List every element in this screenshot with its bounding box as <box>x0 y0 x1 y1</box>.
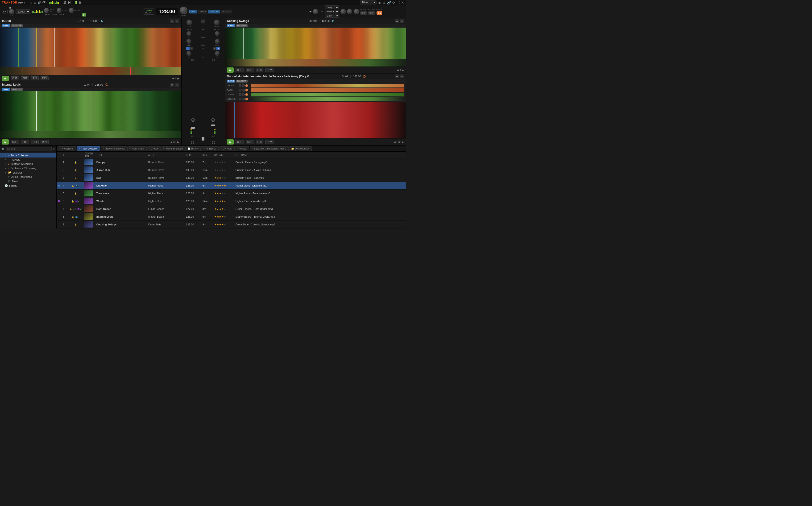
fx-select-1[interactable]: Delay <box>325 5 339 9</box>
deck-d-rev-btn[interactable]: REV <box>265 140 273 144</box>
col-artist[interactable]: ARTIST <box>147 152 185 158</box>
deck-a-back-btn[interactable]: ⏮ <box>170 19 174 23</box>
layout-icon-1[interactable]: ▣ <box>378 1 381 4</box>
delay-toggle[interactable]: OFF <box>360 11 367 15</box>
tab-groove[interactable]: ≡ Groove <box>147 147 161 151</box>
deck-a-play-btn[interactable]: ▶ <box>2 76 9 81</box>
deck-c-rev-btn[interactable]: REV <box>40 140 49 144</box>
link-icon[interactable]: 🔗 <box>387 1 391 4</box>
deck-d-master-btn[interactable]: MASTER <box>236 80 248 83</box>
deck-d-next-page[interactable]: ▶ <box>402 141 404 143</box>
tab-all-tracks[interactable]: ≡ All Tracks <box>201 147 218 151</box>
gain-knob-a[interactable] <box>186 19 192 25</box>
stem-bass-btn3[interactable] <box>245 89 248 91</box>
deck-c-cue-btn[interactable]: CUE <box>11 140 19 144</box>
stem-bass-btn2[interactable] <box>242 89 245 91</box>
dw-knob[interactable] <box>313 9 318 14</box>
grid-icon[interactable]: ⊞ <box>34 1 36 4</box>
pitch-knob[interactable] <box>57 8 61 13</box>
sidebar-item-beatport[interactable]: ▶ ♪ Beatport Streaming <box>0 162 56 166</box>
sidebar-item-playlists[interactable]: ▶ ≡ Playlists <box>0 158 56 162</box>
deck-a-flx-btn[interactable]: FLX <box>31 76 38 80</box>
deck-c-prev-page[interactable]: ◀ <box>170 141 172 143</box>
deck-d-sync-btn[interactable]: SYNC <box>227 80 235 83</box>
tab-track-collection[interactable]: ≡ Track Collection <box>77 147 100 151</box>
stem-other-btn1[interactable] <box>239 93 242 96</box>
fx-btn-2-l[interactable]: 2 <box>190 47 193 50</box>
h-knob-r[interactable] <box>215 31 219 36</box>
close-icon[interactable]: ✕ <box>401 1 404 4</box>
fx-select-3[interactable]: Gater <box>325 14 339 18</box>
col-filename[interactable]: FILE NAME <box>234 152 406 158</box>
row-rating[interactable]: ★★★★★ <box>213 189 234 197</box>
channel-fader-a[interactable] <box>192 122 193 134</box>
fx-btn-2-r[interactable]: 2 <box>216 47 220 50</box>
reverb-toggle[interactable]: OFF <box>368 11 375 15</box>
row-title[interactable]: Diafonie <box>95 182 147 189</box>
delay-knob[interactable] <box>341 9 346 14</box>
tab-night-vibes[interactable]: ≡ Night Vibes <box>127 147 146 151</box>
tab-best-drum-bass[interactable]: ≡ Best New Drum & Bass: May 2 <box>250 147 289 151</box>
stem-bass-btn1[interactable] <box>239 89 242 91</box>
eq-vis-a[interactable] <box>201 19 205 23</box>
deck-b-mini-waveform[interactable] <box>225 59 406 67</box>
deck-a-sync-btn[interactable]: SYNC <box>2 24 10 27</box>
search-close-btn[interactable]: ✕ <box>53 147 55 151</box>
col-key[interactable]: KEY <box>201 152 213 158</box>
bpm-display[interactable]: 128.00 <box>156 8 178 15</box>
next-btn[interactable]: NEXT <box>52 13 57 16</box>
deck-b-cup-btn[interactable]: CUP <box>246 68 254 72</box>
auto-btn[interactable]: AUTO <box>198 10 207 13</box>
deck-b-sync-btn[interactable]: SYNC <box>227 24 235 27</box>
deck-d-play-btn[interactable]: ▶ <box>227 139 234 145</box>
fx-toggle-button[interactable]: FX <box>2 10 8 13</box>
deck-a-cue-btn[interactable]: CUE <box>11 76 19 80</box>
deck-c-cup-btn[interactable]: CUP <box>21 140 29 144</box>
row-title[interactable]: Treatwave <box>95 189 147 197</box>
sidebar-item-audio-recordings[interactable]: 🎙 Audio Recordings <box>0 175 56 179</box>
deck-a-rev-btn[interactable]: REV <box>40 76 49 80</box>
row-rating[interactable]: ★★★★★ <box>213 158 234 166</box>
stem-drums-btn1[interactable] <box>239 84 242 87</box>
deck-a-skip-btn[interactable]: ⏭ <box>175 19 179 23</box>
row-rating[interactable]: ★★★★★ <box>213 205 234 213</box>
stem-drums-btn3[interactable] <box>245 84 248 87</box>
row-rating[interactable]: ★★★★★ <box>213 174 234 182</box>
deck-d-back-btn[interactable]: ⏮ <box>395 75 399 78</box>
deck-a-cup-btn[interactable]: CUP <box>21 76 29 80</box>
deck-c-mini-waveform[interactable] <box>0 131 181 139</box>
search-input[interactable] <box>6 147 52 151</box>
headphone-bottom-r[interactable]: 🎧 <box>212 141 215 144</box>
lo-knob-r[interactable] <box>215 51 219 56</box>
fx-btn-1-l[interactable]: 1 <box>186 47 190 50</box>
sync-icon[interactable]: ⟳ <box>392 1 395 4</box>
headphone-icon-r[interactable]: 🎧 <box>211 118 215 122</box>
deck-b-flx-btn[interactable]: FLX <box>256 68 263 72</box>
mid-knob-r[interactable] <box>215 39 219 44</box>
deck-c-waveform[interactable] <box>0 91 181 131</box>
deck-c-master-btn[interactable]: MASTER <box>11 88 23 91</box>
filter-badge[interactable]: ● <box>202 28 203 31</box>
deck-b-skip-btn[interactable]: ⏭ <box>399 19 404 23</box>
tab-history[interactable]: 🕐 History <box>185 147 201 151</box>
lo-knob-l[interactable] <box>186 51 191 56</box>
deck-b-cue-btn[interactable]: CUE <box>236 68 244 72</box>
boost-btn[interactable]: BOOST <box>221 10 232 13</box>
master-btn[interactable]: MASTER <box>208 10 220 13</box>
deck-c-play-btn[interactable]: ▶ <box>2 139 9 145</box>
h-knob-l[interactable] <box>186 31 191 36</box>
master-knob[interactable] <box>180 7 187 14</box>
duck-btn[interactable]: DUCK <box>59 13 64 16</box>
deck-d-skip-btn[interactable]: ⏭ <box>399 75 404 78</box>
fader-handle-b[interactable] <box>211 124 215 126</box>
tab-preparation[interactable]: ≡ Preparation <box>58 147 76 151</box>
mixer-select[interactable]: Mixer <box>360 0 376 4</box>
deck-a-master-btn[interactable]: MASTER <box>11 24 23 27</box>
col-title[interactable]: TITLE <box>95 152 147 158</box>
deck-c-sync-btn[interactable]: SYNC <box>2 88 10 91</box>
sidebar-item-track-collection[interactable]: ▶ ≡ Track Collection <box>0 153 56 158</box>
deck-d-cue-btn[interactable]: CUE <box>236 140 244 144</box>
crossfader[interactable] <box>191 139 215 139</box>
sidebar-item-beatsource[interactable]: ▶ ♪ Beatsource Streaming <box>0 166 56 170</box>
col-bpm[interactable]: BPM <box>185 152 201 158</box>
